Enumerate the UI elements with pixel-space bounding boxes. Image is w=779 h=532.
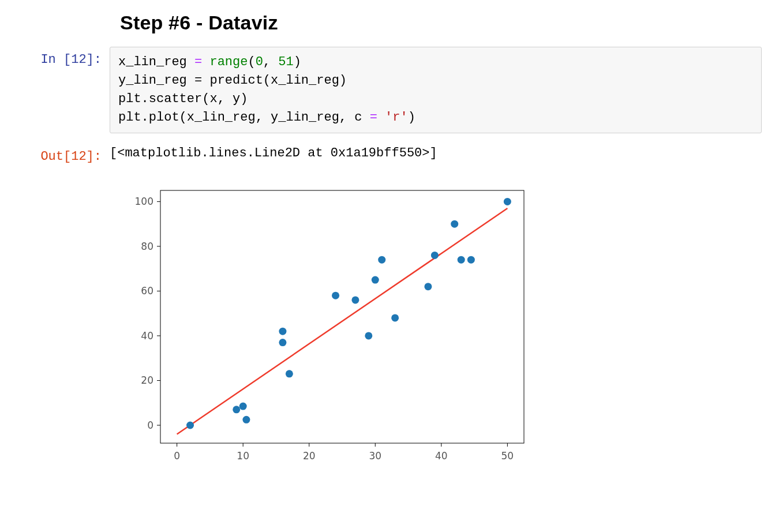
scatter-point	[239, 402, 247, 410]
scatter-point	[242, 415, 250, 423]
output-text: [<matplotlib.lines.Line2D at 0x1a19bff55…	[110, 144, 762, 160]
y-tick-label: 60	[141, 285, 153, 297]
output-prompt-label: Out[12]:	[17, 144, 110, 164]
scatter-point	[431, 251, 439, 258]
scatter-point	[372, 276, 379, 283]
chart-output: 01020304050020406080100	[120, 178, 762, 472]
scatter-point	[233, 406, 240, 413]
scatter-point	[365, 332, 372, 339]
code-l1-op: =	[194, 55, 202, 69]
code-input[interactable]: x_lin_reg = range(0, 51) y_lin_reg = pre…	[110, 47, 762, 133]
scatter-point	[451, 220, 458, 227]
scatter-point	[186, 421, 194, 429]
scatter-point	[351, 296, 359, 304]
y-tick-label: 0	[147, 419, 153, 431]
code-l1-pc: )	[294, 55, 301, 69]
code-l4-a: plt.plot(x_lin_reg, y_lin_reg, c	[118, 110, 370, 125]
regression-line	[177, 208, 508, 434]
code-l1-po: (	[248, 55, 255, 69]
x-tick-label: 50	[501, 450, 514, 462]
scatter-point	[424, 283, 432, 290]
code-l4-b	[377, 110, 385, 125]
input-cell: In [12]: x_lin_reg = range(0, 51) y_lin_…	[17, 47, 762, 133]
scatter-point	[504, 197, 511, 205]
scatter-point	[286, 370, 293, 377]
code-l4-str: 'r'	[385, 110, 408, 125]
step-heading: Step #6 - Dataviz	[120, 12, 762, 34]
scatter-point	[391, 314, 399, 321]
x-tick-label: 30	[369, 450, 381, 462]
x-tick-label: 40	[435, 450, 448, 462]
code-l1-a: x_lin_reg	[118, 55, 194, 69]
input-prompt-label: In [12]:	[17, 47, 110, 67]
x-tick-label: 20	[303, 450, 316, 462]
y-tick-label: 20	[141, 374, 153, 386]
y-tick-label: 80	[141, 240, 153, 252]
code-l4-op: =	[370, 110, 377, 125]
code-l1-b	[202, 55, 209, 69]
y-tick-label: 100	[135, 196, 153, 207]
x-tick-label: 10	[237, 450, 249, 462]
code-l4-c: )	[408, 110, 415, 125]
scatter-point	[332, 291, 339, 299]
scatter-point	[279, 327, 286, 335]
code-l1-n2: 51	[278, 55, 293, 69]
scatter-point	[467, 256, 475, 263]
code-l1-c: ,	[263, 55, 278, 69]
code-l2: y_lin_reg = predict(x_lin_reg)	[118, 73, 347, 88]
code-l1-n1: 0	[256, 55, 263, 69]
scatter-chart: 01020304050020406080100	[120, 178, 535, 472]
scatter-point	[279, 339, 286, 346]
code-l1-fn: range	[209, 55, 248, 69]
y-tick-label: 40	[141, 330, 153, 342]
scatter-point	[458, 256, 465, 263]
output-cell: Out[12]: [<matplotlib.lines.Line2D at 0x…	[17, 144, 762, 164]
x-tick-label: 0	[174, 450, 180, 462]
scatter-point	[378, 256, 385, 263]
plot-frame	[160, 190, 524, 443]
code-l3: plt.scatter(x, y)	[118, 92, 248, 106]
